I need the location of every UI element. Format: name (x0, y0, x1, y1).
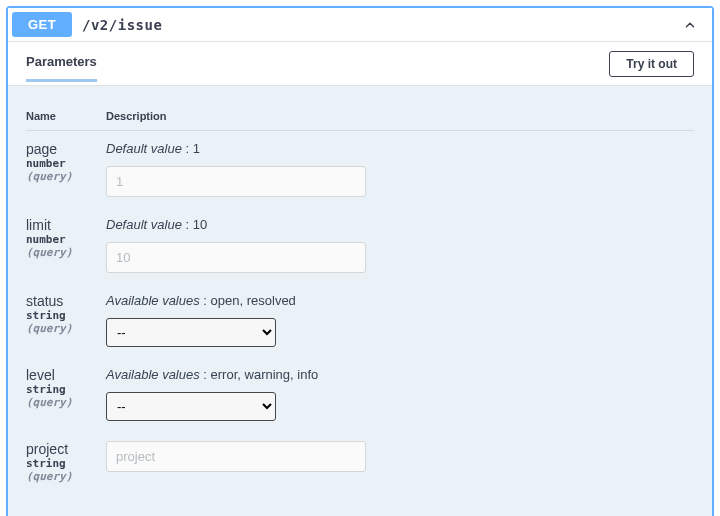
parameters-header: Parameters Try it out (8, 42, 712, 86)
project-input[interactable] (106, 441, 366, 472)
param-name: status (26, 293, 106, 309)
level-select[interactable]: -- (106, 392, 276, 421)
operation-block: GET /v2/issue Parameters Try it out Name… (6, 6, 714, 516)
table-row: limit number (query) Default value : 10 (26, 207, 694, 283)
param-default-line: Default value : 1 (106, 141, 694, 156)
param-type: string (26, 309, 106, 322)
http-method-badge: GET (12, 12, 72, 37)
page-input[interactable] (106, 166, 366, 197)
param-in: (query) (26, 322, 106, 335)
operation-body: Parameters Try it out Name Description p… (8, 42, 712, 516)
parameters-table: Name Description page number (query) Def… (26, 100, 694, 493)
limit-input[interactable] (106, 242, 366, 273)
endpoint-path: /v2/issue (82, 17, 680, 33)
param-type: string (26, 457, 106, 470)
param-name: page (26, 141, 106, 157)
param-available-line: Available values : error, warning, info (106, 367, 694, 382)
table-row: page number (query) Default value : 1 (26, 131, 694, 208)
parameters-tab[interactable]: Parameters (26, 54, 97, 82)
status-select[interactable]: -- (106, 318, 276, 347)
chevron-up-icon[interactable] (680, 15, 700, 35)
table-row: project string (query) (26, 431, 694, 493)
table-row: level string (query) Available values : … (26, 357, 694, 431)
param-name: limit (26, 217, 106, 233)
param-in: (query) (26, 170, 106, 183)
param-in: (query) (26, 396, 106, 409)
param-in: (query) (26, 246, 106, 259)
param-name: level (26, 367, 106, 383)
param-name: project (26, 441, 106, 457)
param-type: string (26, 383, 106, 396)
param-type: number (26, 157, 106, 170)
operation-summary[interactable]: GET /v2/issue (8, 8, 712, 42)
try-it-out-button[interactable]: Try it out (609, 51, 694, 77)
table-row: status string (query) Available values :… (26, 283, 694, 357)
param-available-line: Available values : open, resolved (106, 293, 694, 308)
param-in: (query) (26, 470, 106, 483)
param-default-line: Default value : 10 (106, 217, 694, 232)
column-header-name: Name (26, 100, 106, 131)
parameters-table-wrapper: Name Description page number (query) Def… (8, 86, 712, 516)
param-type: number (26, 233, 106, 246)
column-header-description: Description (106, 100, 694, 131)
